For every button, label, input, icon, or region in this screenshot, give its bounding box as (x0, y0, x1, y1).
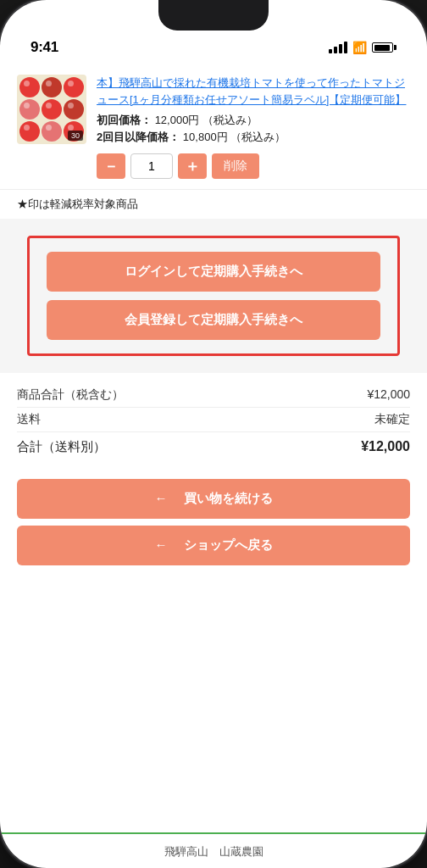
continue-shopping-button[interactable]: ← 買い物を続ける (17, 479, 410, 519)
status-icons: 📶 (329, 41, 396, 54)
first-price-line: 初回価格： 12,000円 （税込み） (97, 113, 410, 128)
product-info: 本】飛騨高山で採れた有機栽培トマトを使って作ったトマトジュース[1ヶ月分種類お任… (97, 75, 410, 179)
login-purchase-button[interactable]: ログインして定期購入手続きへ (47, 252, 380, 292)
shipping-label: 送料 (17, 412, 41, 427)
summary-section: 商品合計（税含む） ¥12,000 送料 未確定 合計（送料別） ¥12,000 (0, 373, 427, 472)
second-price-tax: （税込み） (230, 131, 286, 143)
content-area: 30 本】飛騨高山で採れた有機栽培トマトを使って作ったトマトジュース[1ヶ月分種… (0, 61, 427, 868)
footer-bar: 飛騨高山 山蔵農園 (0, 832, 427, 868)
shipping-value: 未確定 (374, 412, 410, 427)
qty-input[interactable] (130, 153, 173, 179)
divider-2 (0, 366, 427, 373)
total-value: ¥12,000 (361, 439, 410, 455)
second-price-value: 10,800円 (183, 131, 228, 143)
subtotal-value: ¥12,000 (367, 387, 410, 403)
subtotal-row: 商品合計（税含む） ¥12,000 (17, 383, 410, 408)
product-row: 30 本】飛騨高山で採れた有機栽培トマトを使って作ったトマトジュース[1ヶ月分種… (17, 75, 410, 179)
cta-wrapper: ログインして定期購入手続きへ 会員登録して定期購入手続きへ (0, 225, 427, 366)
tomato-dot (19, 121, 40, 142)
product-image: 30 (17, 75, 86, 144)
register-purchase-button[interactable]: 会員登録して定期購入手続きへ (47, 300, 380, 340)
product-title[interactable]: 本】飛騨高山で採れた有機栽培トマトを使って作ったトマトジュース[1ヶ月分種類お任… (97, 75, 410, 108)
battery-icon (372, 42, 396, 53)
qty-minus-button[interactable]: － (97, 153, 125, 179)
tax-note: ★印は軽減税率対象商品 (0, 190, 427, 219)
subtotal-label: 商品合計（税含む） (17, 387, 124, 403)
total-label: 合計（送料別） (17, 439, 106, 455)
notch (158, 0, 269, 31)
first-price-label: 初回価格： (97, 114, 152, 126)
wifi-icon: 📶 (352, 41, 367, 54)
tomato-dot (64, 77, 84, 97)
nav-section: ← 買い物を続ける ← ショップへ戻る (0, 472, 427, 569)
tomato-dot (19, 77, 40, 97)
tomato-dot (42, 99, 62, 120)
first-price-tax: （税込み） (202, 114, 258, 126)
second-price-label: 2回目以降価格： (97, 131, 180, 143)
spacer (0, 569, 427, 832)
qty-plus-button[interactable]: ＋ (178, 153, 207, 179)
footer-text: 飛騨高山 山蔵農園 (17, 844, 410, 868)
total-row: 合計（送料別） ¥12,000 (17, 432, 410, 462)
tomato-dot (64, 99, 84, 120)
shipping-row: 送料 未確定 (17, 408, 410, 432)
delete-button[interactable]: 削除 (212, 153, 259, 179)
cta-section: ログインして定期購入手続きへ 会員登録して定期購入手続きへ (27, 236, 400, 356)
signal-icon (329, 42, 347, 53)
tomato-dot (42, 77, 62, 97)
first-price-value: 12,000円 (155, 114, 200, 126)
qty-row: － ＋ 削除 (97, 153, 410, 179)
back-to-shop-button[interactable]: ← ショップへ戻る (17, 526, 410, 565)
divider (0, 219, 427, 225)
tomato-dot (19, 99, 40, 120)
product-section: 30 本】飛騨高山で採れた有機栽培トマトを使って作ったトマトジュース[1ヶ月分種… (0, 61, 427, 190)
tomato-dot (42, 121, 62, 142)
phone-frame: 9:41 📶 (0, 0, 427, 868)
second-price-line: 2回目以降価格： 10,800円 （税込み） (97, 130, 410, 145)
product-badge: 30 (68, 131, 83, 141)
status-time: 9:41 (30, 39, 58, 56)
